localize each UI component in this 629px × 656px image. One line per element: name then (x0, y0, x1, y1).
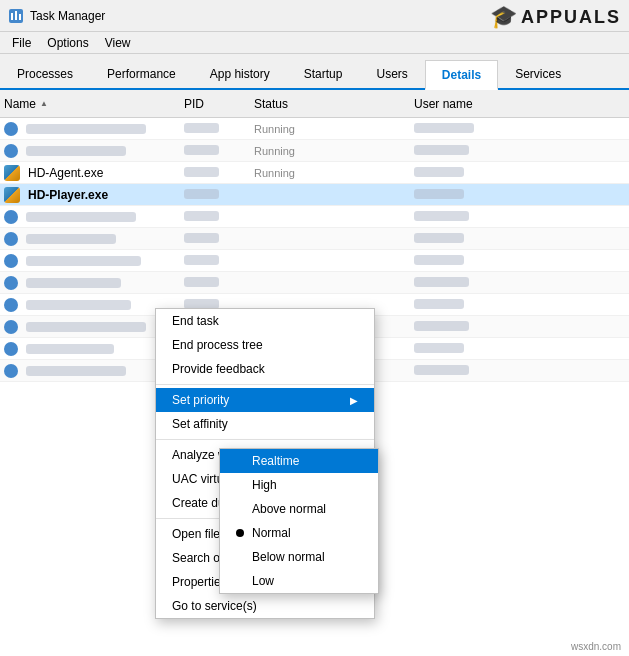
context-menu-end-process-tree[interactable]: End process tree (156, 333, 374, 357)
submenu-below-normal[interactable]: Below normal (220, 545, 378, 569)
process-name-blurred (26, 146, 126, 156)
process-icon (4, 144, 18, 158)
hd-player-icon (4, 187, 20, 203)
context-menu-separator-1 (156, 384, 374, 385)
tab-performance[interactable]: Performance (90, 58, 193, 88)
table-row-selected[interactable]: HD-Player.exe (0, 184, 629, 206)
context-menu-set-affinity[interactable]: Set affinity (156, 412, 374, 436)
col-header-username[interactable]: User name (414, 97, 534, 111)
radio-dot (236, 529, 244, 537)
sort-arrow: ▲ (40, 99, 48, 108)
process-icon (4, 364, 18, 378)
col-header-name[interactable]: Name ▲ (4, 97, 184, 111)
main-content: Name ▲ PID Status User name Running (0, 90, 629, 656)
submenu-above-normal[interactable]: Above normal (220, 497, 378, 521)
taskmanager-icon (8, 8, 24, 24)
table-row[interactable] (0, 228, 629, 250)
context-menu-provide-feedback[interactable]: Provide feedback (156, 357, 374, 381)
tab-bar: Processes Performance App history Startu… (0, 54, 629, 90)
process-icon (4, 342, 18, 356)
process-icon (4, 298, 18, 312)
process-name-blurred (26, 124, 146, 134)
tab-processes[interactable]: Processes (0, 58, 90, 88)
process-icon (4, 276, 18, 290)
hd-agent-icon (4, 165, 20, 181)
context-menu-end-task[interactable]: End task (156, 309, 374, 333)
tab-services[interactable]: Services (498, 58, 578, 88)
menu-options[interactable]: Options (39, 34, 96, 52)
tab-details[interactable]: Details (425, 60, 498, 90)
tab-apphistory[interactable]: App history (193, 58, 287, 88)
submenu-low[interactable]: Low (220, 569, 378, 593)
logo-icon: 🎓 (490, 4, 517, 30)
submenu-normal[interactable]: Normal (220, 521, 378, 545)
context-menu-separator-2 (156, 439, 374, 440)
context-menu-go-to-services[interactable]: Go to service(s) (156, 594, 374, 618)
table-row[interactable]: Running (0, 118, 629, 140)
table-row[interactable] (0, 250, 629, 272)
process-icon (4, 320, 18, 334)
process-icon (4, 232, 18, 246)
tab-startup[interactable]: Startup (287, 58, 360, 88)
table-header: Name ▲ PID Status User name (0, 90, 629, 118)
submenu-realtime[interactable]: Realtime (220, 449, 378, 473)
svg-rect-3 (19, 14, 21, 20)
table-row[interactable]: HD-Agent.exe Running (0, 162, 629, 184)
window-title: Task Manager (30, 9, 105, 23)
tab-users[interactable]: Users (359, 58, 424, 88)
process-icon (4, 254, 18, 268)
menu-view[interactable]: View (97, 34, 139, 52)
logo-text: APPUALS (521, 7, 621, 28)
process-icon (4, 210, 18, 224)
context-menu-set-priority[interactable]: Set priority ▶ (156, 388, 374, 412)
priority-submenu: Realtime High Above normal Normal Below … (219, 448, 379, 594)
menu-bar: File Options View (0, 32, 629, 54)
title-bar: Task Manager 🎓 APPUALS (0, 0, 629, 32)
watermark: wsxdn.com (571, 641, 621, 652)
menu-file[interactable]: File (4, 34, 39, 52)
process-name: HD-Agent.exe (28, 166, 103, 180)
col-header-pid[interactable]: PID (184, 97, 254, 111)
submenu-high[interactable]: High (220, 473, 378, 497)
process-name: HD-Player.exe (28, 188, 108, 202)
col-header-status[interactable]: Status (254, 97, 414, 111)
table-row[interactable] (0, 272, 629, 294)
svg-rect-1 (11, 13, 13, 20)
svg-rect-2 (15, 11, 17, 20)
submenu-arrow: ▶ (350, 395, 358, 406)
process-icon (4, 122, 18, 136)
table-row[interactable] (0, 206, 629, 228)
table-row[interactable]: Running (0, 140, 629, 162)
logo-area: 🎓 APPUALS (490, 4, 621, 30)
